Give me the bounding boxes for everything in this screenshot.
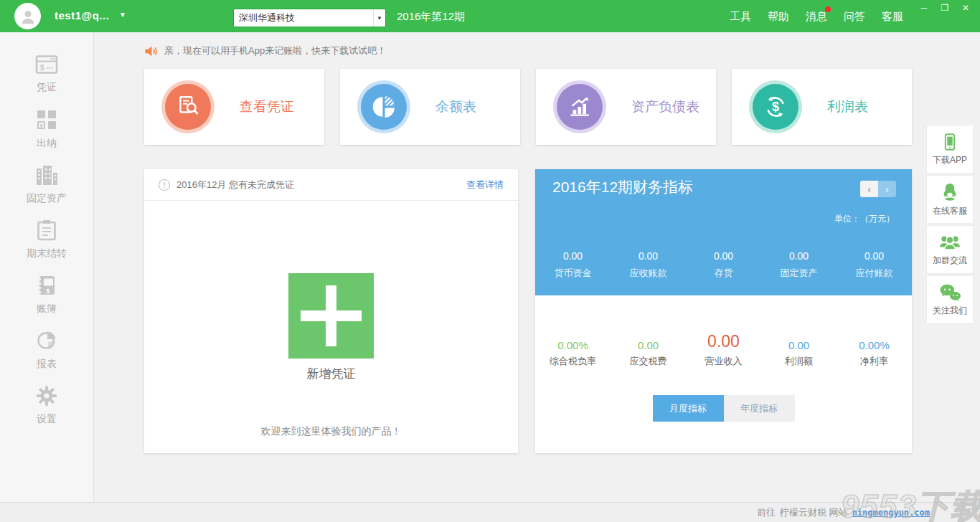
menu-tools[interactable]: 工具 — [730, 10, 751, 24]
add-voucher-button[interactable] — [288, 273, 374, 359]
menu-qa[interactable]: 问答 — [844, 10, 865, 24]
metric-label: 固定资产 — [761, 267, 837, 280]
metric-value: 0.00 — [761, 331, 837, 351]
sidebar-item-label: 账簿 — [37, 303, 57, 315]
ledger-icon: $ — [37, 275, 57, 296]
company-select-value: 深圳华通科技 — [234, 9, 373, 27]
qq-icon — [939, 181, 961, 203]
app-promo-notice: 亲，现在可以用手机App来记账啦，快来下载试试吧！ — [144, 44, 386, 57]
company-select[interactable]: 深圳华通科技 ▼ — [233, 9, 386, 27]
profit-sheet-icon-circle: $ — [753, 84, 798, 130]
metric-value: 0.00 — [761, 250, 837, 262]
widget-label: 下载APP — [933, 154, 967, 166]
metric-value: 0.00 — [611, 250, 686, 262]
join-group-widget[interactable]: 加群交流 — [926, 225, 974, 274]
sidebar-item-fixed-assets[interactable]: 固定资产 — [0, 157, 93, 212]
window-controls: ─ ❐ ✕ — [917, 2, 973, 14]
user-dropdown-caret-icon[interactable]: ▼ — [119, 11, 126, 19]
metric-label: 综合税负率 — [535, 355, 611, 368]
asset-liability-icon-circle — [557, 84, 603, 130]
sidebar-item-ledger[interactable]: $ 账簿 — [0, 267, 93, 323]
blue-metrics-row: 0.00 货币资金 0.00 应收账款 0.00 存货 0.00 固定资产 — [535, 250, 912, 280]
wechat-icon — [938, 283, 961, 303]
metric-label: 营业收入 — [686, 355, 761, 368]
notice-text: 亲，现在可以用手机App来记账啦，快来下载试试吧！ — [164, 44, 386, 57]
shortcut-cards-row: 查看凭证 余额表 — [144, 69, 912, 145]
footer-goto-text: 前往 — [757, 506, 776, 519]
sidebar-item-label: 期末结转 — [27, 247, 67, 260]
download-app-widget[interactable]: 下载APP — [926, 125, 974, 174]
view-voucher-icon-circle — [165, 84, 211, 130]
voucher-panel-body: 新增凭证 欢迎来到这里体验我们的产品！ — [144, 273, 518, 438]
main-content: 亲，现在可以用手机App来记账啦，快来下载试试吧！ 查看凭证 — [95, 32, 980, 502]
sidebar-item-settings[interactable]: 设置 — [0, 378, 93, 433]
user-avatar[interactable] — [14, 3, 41, 29]
next-period-button[interactable]: › — [878, 181, 896, 197]
metric-inventory: 0.00 存货 — [686, 250, 761, 280]
card-view-voucher[interactable]: 查看凭证 — [144, 69, 324, 145]
card-label: 查看凭证 — [240, 98, 294, 116]
maximize-button[interactable]: ❐ — [938, 2, 952, 14]
metric-value: 0.00% — [837, 331, 912, 351]
indicators-title: 2016年12期财务指标 — [552, 177, 693, 197]
metric-tax-payable: 0.00 应交税费 — [611, 331, 686, 368]
metric-label: 存货 — [686, 267, 761, 280]
footer-site-link[interactable]: ningmengyun.com — [852, 508, 930, 518]
svg-text:$: $ — [772, 100, 779, 114]
topbar-menu: 工具 帮助 消息 问答 客服 — [730, 10, 903, 24]
minimize-button[interactable]: ─ — [917, 2, 931, 14]
metric-value: 0.00 — [686, 331, 761, 351]
close-button[interactable]: ✕ — [958, 2, 973, 14]
panels-row: ! 2016年12月 您有未完成凭证 查看详情 新增凭证 欢迎来到这里体验我们的… — [144, 169, 912, 453]
menu-service[interactable]: 客服 — [882, 10, 903, 24]
financial-indicators-panel: 2016年12期财务指标 ‹ › 单位：（万元） 0.00 货币资金 0.00 … — [535, 169, 912, 453]
menu-help[interactable]: 帮助 — [768, 10, 789, 24]
widget-label: 关注我们 — [933, 305, 967, 317]
period-end-icon — [37, 219, 57, 241]
prev-period-button[interactable]: ‹ — [860, 181, 878, 197]
widget-label: 加群交流 — [933, 255, 967, 267]
svg-text:$ ⋯: $ ⋯ — [40, 64, 53, 72]
select-arrow-icon[interactable]: ▼ — [373, 9, 385, 27]
metric-accounts-payable: 0.00 应付账款 — [837, 250, 912, 280]
footer-site-name: 柠檬云财税 网站 — [780, 506, 848, 519]
metric-value: 0.00% — [535, 331, 611, 351]
metric-net-profit-rate: 0.00% 净利率 — [837, 331, 912, 368]
svg-text:¥: ¥ — [39, 123, 43, 129]
metric-label: 应收账款 — [611, 267, 686, 280]
username-label[interactable]: test1@q... — [55, 9, 109, 22]
sidebar-item-label: 凭证 — [37, 81, 57, 94]
metric-label: 利润额 — [761, 355, 837, 368]
card-balance-sheet[interactable]: 余额表 — [340, 69, 520, 145]
group-icon — [938, 232, 961, 252]
notification-dot — [825, 6, 831, 12]
sidebar-item-voucher[interactable]: $ ⋯ 凭证 — [0, 47, 93, 102]
speaker-icon — [144, 45, 158, 57]
metric-label: 应付账款 — [837, 267, 912, 280]
card-label: 余额表 — [435, 98, 476, 116]
sidebar-item-period-end[interactable]: 期末结转 — [0, 212, 93, 267]
sidebar-item-label: 出纳 — [37, 137, 57, 150]
menu-messages[interactable]: 消息 — [806, 10, 827, 24]
tab-yearly-indicators[interactable]: 年度指标 — [724, 395, 795, 422]
phone-icon — [940, 132, 960, 152]
sidebar-item-reports[interactable]: 报表 — [0, 323, 93, 378]
metric-value: 0.00 — [686, 250, 761, 262]
indicators-header-section: 2016年12期财务指标 ‹ › 单位：（万元） 0.00 货币资金 0.00 … — [535, 169, 912, 295]
profit-sheet-icon: $ — [763, 94, 788, 120]
voucher-panel-header: ! 2016年12月 您有未完成凭证 查看详情 — [144, 169, 518, 201]
sidebar-item-label: 设置 — [37, 413, 57, 426]
online-service-widget[interactable]: 在线客服 — [926, 175, 974, 224]
card-label: 资产负债表 — [631, 98, 699, 116]
view-details-link[interactable]: 查看详情 — [466, 179, 504, 191]
tab-monthly-indicators[interactable]: 月度指标 — [653, 395, 724, 422]
follow-us-widget[interactable]: 关注我们 — [926, 275, 974, 324]
card-asset-liability[interactable]: 资产负债表 — [536, 69, 716, 145]
balance-sheet-icon — [371, 94, 397, 120]
voucher-icon: $ ⋯ — [35, 54, 58, 75]
metric-label: 净利率 — [837, 355, 912, 368]
sidebar-item-cashier[interactable]: ¥ 出纳 — [0, 102, 93, 157]
card-profit-sheet[interactable]: $ 利润表 — [732, 69, 912, 145]
card-label: 利润表 — [827, 98, 868, 116]
exclamation-circle-icon: ! — [159, 179, 170, 191]
